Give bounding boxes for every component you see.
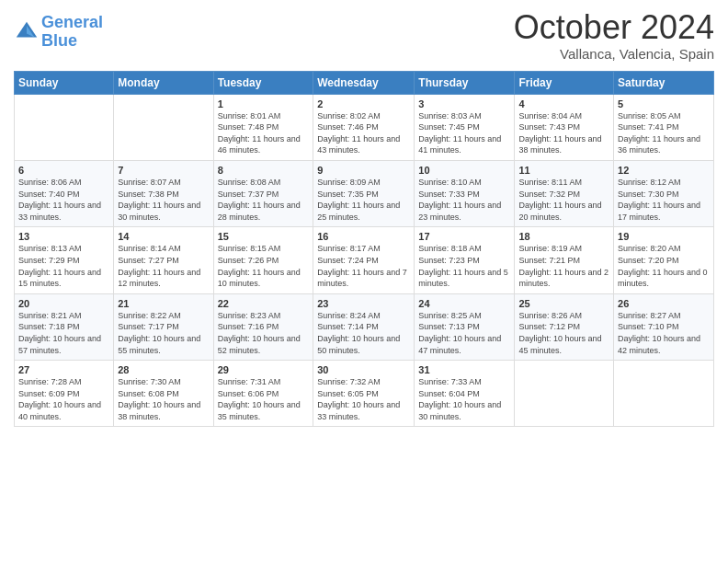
- header: General Blue October 2024 Vallanca, Vale…: [14, 9, 714, 62]
- day-cell: [15, 94, 114, 160]
- day-number: 2: [317, 98, 410, 109]
- day-cell: 6Sunrise: 8:06 AM Sunset: 7:40 PM Daylig…: [15, 160, 114, 226]
- day-number: 1: [218, 98, 310, 109]
- week-row-3: 13Sunrise: 8:13 AM Sunset: 7:29 PM Dayli…: [15, 227, 714, 293]
- day-info: Sunrise: 8:17 AM Sunset: 7:24 PM Dayligh…: [317, 243, 410, 289]
- day-number: 31: [418, 364, 510, 375]
- page: General Blue October 2024 Vallanca, Vale…: [0, 0, 728, 563]
- day-info: Sunrise: 8:02 AM Sunset: 7:46 PM Dayligh…: [317, 110, 410, 156]
- day-cell: 10Sunrise: 8:10 AM Sunset: 7:33 PM Dayli…: [415, 160, 515, 226]
- day-info: Sunrise: 8:01 AM Sunset: 7:48 PM Dayligh…: [218, 110, 310, 156]
- day-cell: [614, 361, 714, 427]
- week-row-2: 6Sunrise: 8:06 AM Sunset: 7:40 PM Daylig…: [15, 160, 714, 226]
- day-number: 8: [218, 165, 310, 176]
- day-info: Sunrise: 8:11 AM Sunset: 7:32 PM Dayligh…: [518, 177, 609, 223]
- day-cell: 1Sunrise: 8:01 AM Sunset: 7:48 PM Daylig…: [213, 94, 313, 160]
- calendar-table: Sunday Monday Tuesday Wednesday Thursday…: [14, 71, 714, 428]
- day-number: 20: [18, 298, 109, 309]
- day-number: 21: [118, 298, 209, 309]
- day-number: 18: [518, 231, 609, 242]
- day-info: Sunrise: 8:13 AM Sunset: 7:29 PM Dayligh…: [18, 243, 109, 289]
- logo-line1: General: [41, 13, 103, 31]
- day-info: Sunrise: 8:24 AM Sunset: 7:14 PM Dayligh…: [317, 310, 410, 356]
- day-number: 17: [418, 231, 510, 242]
- day-info: Sunrise: 7:28 AM Sunset: 6:09 PM Dayligh…: [18, 376, 109, 422]
- month-title: October 2024: [514, 9, 714, 46]
- col-friday: Friday: [515, 71, 614, 94]
- day-cell: 26Sunrise: 8:27 AM Sunset: 7:10 PM Dayli…: [614, 293, 714, 360]
- calendar-header: Sunday Monday Tuesday Wednesday Thursday…: [15, 71, 714, 94]
- day-number: 13: [18, 231, 109, 242]
- day-info: Sunrise: 8:03 AM Sunset: 7:45 PM Dayligh…: [418, 110, 510, 156]
- day-info: Sunrise: 7:32 AM Sunset: 6:05 PM Dayligh…: [317, 376, 410, 422]
- day-info: Sunrise: 8:27 AM Sunset: 7:10 PM Dayligh…: [618, 310, 710, 356]
- calendar-body: 1Sunrise: 8:01 AM Sunset: 7:48 PM Daylig…: [15, 94, 714, 427]
- day-cell: 21Sunrise: 8:22 AM Sunset: 7:17 PM Dayli…: [114, 293, 213, 360]
- day-cell: 4Sunrise: 8:04 AM Sunset: 7:43 PM Daylig…: [515, 94, 614, 160]
- day-cell: 25Sunrise: 8:26 AM Sunset: 7:12 PM Dayli…: [515, 293, 614, 360]
- day-number: 16: [317, 231, 410, 242]
- day-info: Sunrise: 8:12 AM Sunset: 7:30 PM Dayligh…: [618, 177, 710, 223]
- day-cell: 12Sunrise: 8:12 AM Sunset: 7:30 PM Dayli…: [614, 160, 714, 226]
- col-saturday: Saturday: [614, 71, 714, 94]
- col-monday: Monday: [114, 71, 213, 94]
- day-cell: 23Sunrise: 8:24 AM Sunset: 7:14 PM Dayli…: [313, 293, 415, 360]
- day-cell: 24Sunrise: 8:25 AM Sunset: 7:13 PM Dayli…: [415, 293, 515, 360]
- location: Vallanca, Valencia, Spain: [514, 46, 714, 62]
- day-number: 23: [317, 298, 410, 309]
- day-cell: 14Sunrise: 8:14 AM Sunset: 7:27 PM Dayli…: [114, 227, 213, 293]
- day-cell: [114, 94, 213, 160]
- day-cell: 11Sunrise: 8:11 AM Sunset: 7:32 PM Dayli…: [515, 160, 614, 226]
- day-info: Sunrise: 8:04 AM Sunset: 7:43 PM Dayligh…: [518, 110, 609, 156]
- day-cell: 3Sunrise: 8:03 AM Sunset: 7:45 PM Daylig…: [415, 94, 515, 160]
- day-number: 30: [317, 364, 410, 375]
- day-cell: 15Sunrise: 8:15 AM Sunset: 7:26 PM Dayli…: [213, 227, 313, 293]
- day-cell: 20Sunrise: 8:21 AM Sunset: 7:18 PM Dayli…: [15, 293, 114, 360]
- day-cell: 27Sunrise: 7:28 AM Sunset: 6:09 PM Dayli…: [15, 361, 114, 427]
- logo: General Blue: [14, 14, 103, 51]
- day-cell: 19Sunrise: 8:20 AM Sunset: 7:20 PM Dayli…: [614, 227, 714, 293]
- day-number: 15: [218, 231, 310, 242]
- logo-line2: Blue: [41, 31, 77, 50]
- title-block: October 2024 Vallanca, Valencia, Spain: [514, 9, 714, 62]
- day-info: Sunrise: 8:26 AM Sunset: 7:12 PM Dayligh…: [518, 310, 609, 356]
- day-number: 14: [118, 231, 209, 242]
- day-cell: 16Sunrise: 8:17 AM Sunset: 7:24 PM Dayli…: [313, 227, 415, 293]
- logo-icon: [14, 19, 40, 45]
- day-info: Sunrise: 8:10 AM Sunset: 7:33 PM Dayligh…: [418, 177, 510, 223]
- day-number: 25: [518, 298, 609, 309]
- day-cell: 28Sunrise: 7:30 AM Sunset: 6:08 PM Dayli…: [114, 361, 213, 427]
- day-cell: 22Sunrise: 8:23 AM Sunset: 7:16 PM Dayli…: [213, 293, 313, 360]
- day-number: 10: [418, 165, 510, 176]
- col-sunday: Sunday: [15, 71, 114, 94]
- day-number: 22: [218, 298, 310, 309]
- day-info: Sunrise: 8:25 AM Sunset: 7:13 PM Dayligh…: [418, 310, 510, 356]
- day-info: Sunrise: 8:18 AM Sunset: 7:23 PM Dayligh…: [418, 243, 510, 289]
- col-tuesday: Tuesday: [213, 71, 313, 94]
- day-cell: 29Sunrise: 7:31 AM Sunset: 6:06 PM Dayli…: [213, 361, 313, 427]
- week-row-1: 1Sunrise: 8:01 AM Sunset: 7:48 PM Daylig…: [15, 94, 714, 160]
- day-number: 9: [317, 165, 410, 176]
- day-number: 19: [618, 231, 710, 242]
- day-cell: 8Sunrise: 8:08 AM Sunset: 7:37 PM Daylig…: [213, 160, 313, 226]
- header-row: Sunday Monday Tuesday Wednesday Thursday…: [15, 71, 714, 94]
- day-number: 5: [618, 98, 710, 109]
- day-info: Sunrise: 8:06 AM Sunset: 7:40 PM Dayligh…: [18, 177, 109, 223]
- day-number: 26: [618, 298, 710, 309]
- day-info: Sunrise: 8:05 AM Sunset: 7:41 PM Dayligh…: [618, 110, 710, 156]
- col-thursday: Thursday: [415, 71, 515, 94]
- day-info: Sunrise: 8:07 AM Sunset: 7:38 PM Dayligh…: [118, 177, 209, 223]
- day-cell: 17Sunrise: 8:18 AM Sunset: 7:23 PM Dayli…: [415, 227, 515, 293]
- day-info: Sunrise: 7:33 AM Sunset: 6:04 PM Dayligh…: [418, 376, 510, 422]
- logo-text: General Blue: [41, 14, 103, 51]
- day-number: 7: [118, 165, 209, 176]
- day-number: 6: [18, 165, 109, 176]
- day-info: Sunrise: 7:31 AM Sunset: 6:06 PM Dayligh…: [218, 376, 310, 422]
- day-number: 4: [518, 98, 609, 109]
- day-cell: 7Sunrise: 8:07 AM Sunset: 7:38 PM Daylig…: [114, 160, 213, 226]
- day-info: Sunrise: 8:08 AM Sunset: 7:37 PM Dayligh…: [218, 177, 310, 223]
- day-info: Sunrise: 8:19 AM Sunset: 7:21 PM Dayligh…: [518, 243, 609, 289]
- day-cell: 18Sunrise: 8:19 AM Sunset: 7:21 PM Dayli…: [515, 227, 614, 293]
- week-row-5: 27Sunrise: 7:28 AM Sunset: 6:09 PM Dayli…: [15, 361, 714, 427]
- day-cell: 30Sunrise: 7:32 AM Sunset: 6:05 PM Dayli…: [313, 361, 415, 427]
